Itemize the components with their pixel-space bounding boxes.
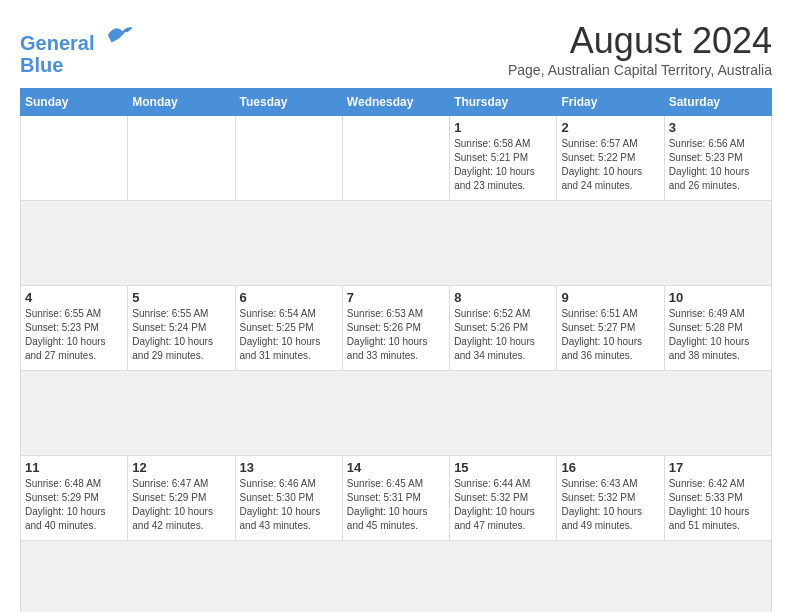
calendar-cell: 17Sunrise: 6:42 AM Sunset: 5:33 PM Dayli… bbox=[664, 456, 771, 541]
row-spacer bbox=[21, 201, 772, 286]
calendar-cell: 9Sunrise: 6:51 AM Sunset: 5:27 PM Daylig… bbox=[557, 286, 664, 371]
calendar-cell bbox=[235, 116, 342, 201]
calendar-cell bbox=[342, 116, 449, 201]
day-info: Sunrise: 6:44 AM Sunset: 5:32 PM Dayligh… bbox=[454, 477, 552, 533]
day-number: 11 bbox=[25, 460, 123, 475]
row-spacer bbox=[21, 371, 772, 456]
day-info: Sunrise: 6:45 AM Sunset: 5:31 PM Dayligh… bbox=[347, 477, 445, 533]
logo-bird-icon bbox=[104, 20, 134, 50]
calendar-cell: 11Sunrise: 6:48 AM Sunset: 5:29 PM Dayli… bbox=[21, 456, 128, 541]
calendar-cell: 3Sunrise: 6:56 AM Sunset: 5:23 PM Daylig… bbox=[664, 116, 771, 201]
day-number: 12 bbox=[132, 460, 230, 475]
day-info: Sunrise: 6:55 AM Sunset: 5:23 PM Dayligh… bbox=[25, 307, 123, 363]
day-number: 5 bbox=[132, 290, 230, 305]
day-header-tuesday: Tuesday bbox=[235, 89, 342, 116]
logo-subtext: Blue bbox=[20, 54, 134, 76]
day-info: Sunrise: 6:56 AM Sunset: 5:23 PM Dayligh… bbox=[669, 137, 767, 193]
calendar-header-row: SundayMondayTuesdayWednesdayThursdayFrid… bbox=[21, 89, 772, 116]
day-info: Sunrise: 6:42 AM Sunset: 5:33 PM Dayligh… bbox=[669, 477, 767, 533]
day-info: Sunrise: 6:58 AM Sunset: 5:21 PM Dayligh… bbox=[454, 137, 552, 193]
day-info: Sunrise: 6:43 AM Sunset: 5:32 PM Dayligh… bbox=[561, 477, 659, 533]
day-number: 9 bbox=[561, 290, 659, 305]
spacer-cell bbox=[21, 541, 772, 613]
day-number: 16 bbox=[561, 460, 659, 475]
day-info: Sunrise: 6:51 AM Sunset: 5:27 PM Dayligh… bbox=[561, 307, 659, 363]
calendar-cell bbox=[21, 116, 128, 201]
title-section: August 2024 Page, Australian Capital Ter… bbox=[508, 20, 772, 78]
calendar-cell: 16Sunrise: 6:43 AM Sunset: 5:32 PM Dayli… bbox=[557, 456, 664, 541]
day-info: Sunrise: 6:48 AM Sunset: 5:29 PM Dayligh… bbox=[25, 477, 123, 533]
week-row-3: 11Sunrise: 6:48 AM Sunset: 5:29 PM Dayli… bbox=[21, 456, 772, 541]
day-number: 6 bbox=[240, 290, 338, 305]
calendar-cell: 12Sunrise: 6:47 AM Sunset: 5:29 PM Dayli… bbox=[128, 456, 235, 541]
calendar-cell: 2Sunrise: 6:57 AM Sunset: 5:22 PM Daylig… bbox=[557, 116, 664, 201]
calendar-cell: 1Sunrise: 6:58 AM Sunset: 5:21 PM Daylig… bbox=[450, 116, 557, 201]
day-info: Sunrise: 6:54 AM Sunset: 5:25 PM Dayligh… bbox=[240, 307, 338, 363]
day-info: Sunrise: 6:55 AM Sunset: 5:24 PM Dayligh… bbox=[132, 307, 230, 363]
day-info: Sunrise: 6:46 AM Sunset: 5:30 PM Dayligh… bbox=[240, 477, 338, 533]
day-number: 4 bbox=[25, 290, 123, 305]
spacer-cell bbox=[21, 371, 772, 456]
day-number: 13 bbox=[240, 460, 338, 475]
day-header-friday: Friday bbox=[557, 89, 664, 116]
day-number: 15 bbox=[454, 460, 552, 475]
day-number: 3 bbox=[669, 120, 767, 135]
calendar-cell: 15Sunrise: 6:44 AM Sunset: 5:32 PM Dayli… bbox=[450, 456, 557, 541]
day-header-monday: Monday bbox=[128, 89, 235, 116]
calendar-cell: 4Sunrise: 6:55 AM Sunset: 5:23 PM Daylig… bbox=[21, 286, 128, 371]
calendar-cell: 5Sunrise: 6:55 AM Sunset: 5:24 PM Daylig… bbox=[128, 286, 235, 371]
day-number: 1 bbox=[454, 120, 552, 135]
row-spacer bbox=[21, 541, 772, 613]
day-info: Sunrise: 6:53 AM Sunset: 5:26 PM Dayligh… bbox=[347, 307, 445, 363]
day-header-sunday: Sunday bbox=[21, 89, 128, 116]
calendar-table: SundayMondayTuesdayWednesdayThursdayFrid… bbox=[20, 88, 772, 612]
day-number: 10 bbox=[669, 290, 767, 305]
day-header-wednesday: Wednesday bbox=[342, 89, 449, 116]
day-header-saturday: Saturday bbox=[664, 89, 771, 116]
day-info: Sunrise: 6:49 AM Sunset: 5:28 PM Dayligh… bbox=[669, 307, 767, 363]
day-number: 17 bbox=[669, 460, 767, 475]
day-info: Sunrise: 6:52 AM Sunset: 5:26 PM Dayligh… bbox=[454, 307, 552, 363]
page-header: General Blue August 2024 Page, Australia… bbox=[20, 20, 772, 78]
calendar-cell: 13Sunrise: 6:46 AM Sunset: 5:30 PM Dayli… bbox=[235, 456, 342, 541]
calendar-cell bbox=[128, 116, 235, 201]
calendar-cell: 10Sunrise: 6:49 AM Sunset: 5:28 PM Dayli… bbox=[664, 286, 771, 371]
calendar-cell: 6Sunrise: 6:54 AM Sunset: 5:25 PM Daylig… bbox=[235, 286, 342, 371]
day-number: 7 bbox=[347, 290, 445, 305]
logo: General Blue bbox=[20, 20, 134, 76]
calendar-cell: 14Sunrise: 6:45 AM Sunset: 5:31 PM Dayli… bbox=[342, 456, 449, 541]
week-row-1: 1Sunrise: 6:58 AM Sunset: 5:21 PM Daylig… bbox=[21, 116, 772, 201]
day-number: 8 bbox=[454, 290, 552, 305]
spacer-cell bbox=[21, 201, 772, 286]
day-number: 2 bbox=[561, 120, 659, 135]
day-header-thursday: Thursday bbox=[450, 89, 557, 116]
day-info: Sunrise: 6:57 AM Sunset: 5:22 PM Dayligh… bbox=[561, 137, 659, 193]
calendar-cell: 8Sunrise: 6:52 AM Sunset: 5:26 PM Daylig… bbox=[450, 286, 557, 371]
location-subtitle: Page, Australian Capital Territory, Aust… bbox=[508, 62, 772, 78]
week-row-2: 4Sunrise: 6:55 AM Sunset: 5:23 PM Daylig… bbox=[21, 286, 772, 371]
logo-text: General bbox=[20, 20, 134, 54]
calendar-cell: 7Sunrise: 6:53 AM Sunset: 5:26 PM Daylig… bbox=[342, 286, 449, 371]
month-year-title: August 2024 bbox=[508, 20, 772, 62]
day-number: 14 bbox=[347, 460, 445, 475]
day-info: Sunrise: 6:47 AM Sunset: 5:29 PM Dayligh… bbox=[132, 477, 230, 533]
